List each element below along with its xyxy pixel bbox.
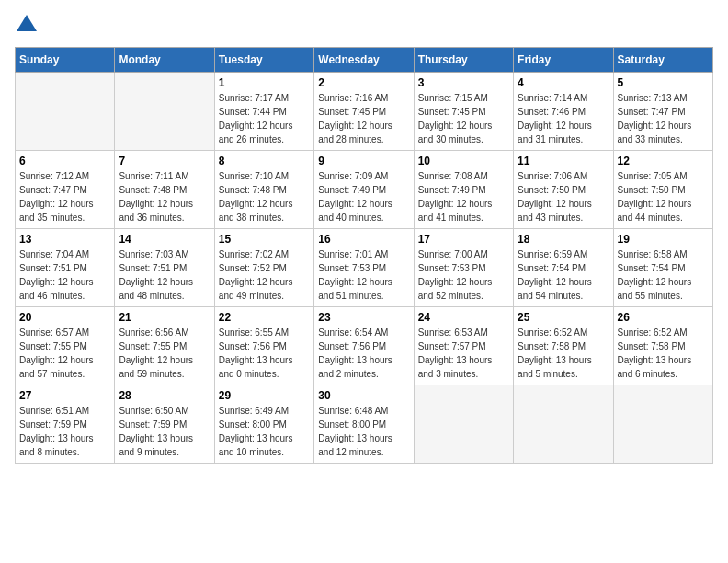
- day-number: 16: [318, 233, 409, 246]
- day-header-tuesday: Tuesday: [214, 48, 313, 73]
- day-info: Sunrise: 7:03 AMSunset: 7:51 PMDaylight:…: [119, 247, 210, 303]
- day-info: Sunrise: 7:14 AMSunset: 7:46 PMDaylight:…: [518, 91, 609, 146]
- day-info: Sunrise: 7:05 AMSunset: 7:50 PMDaylight:…: [618, 169, 709, 224]
- day-number: 1: [219, 76, 310, 89]
- day-info: Sunrise: 6:56 AMSunset: 7:55 PMDaylight:…: [119, 326, 210, 381]
- logo-icon: [17, 15, 37, 31]
- day-number: 14: [119, 233, 210, 246]
- calendar-cell: 12Sunrise: 7:05 AMSunset: 7:50 PMDayligh…: [613, 151, 712, 229]
- day-number: 3: [418, 76, 509, 89]
- day-info: Sunrise: 7:11 AMSunset: 7:48 PMDaylight:…: [119, 169, 210, 224]
- calendar-cell: 4Sunrise: 7:14 AMSunset: 7:46 PMDaylight…: [514, 73, 613, 151]
- calendar-cell: [514, 385, 613, 464]
- calendar-cell: 26Sunrise: 6:52 AMSunset: 7:58 PMDayligh…: [613, 307, 712, 385]
- calendar-cell: 1Sunrise: 7:17 AMSunset: 7:44 PMDaylight…: [214, 73, 313, 151]
- day-info: Sunrise: 6:48 AMSunset: 8:00 PMDaylight:…: [318, 404, 409, 459]
- calendar-cell: 21Sunrise: 6:56 AMSunset: 7:55 PMDayligh…: [115, 307, 214, 385]
- day-number: 21: [119, 311, 210, 324]
- day-number: 11: [518, 155, 609, 167]
- calendar-week-row: 27Sunrise: 6:51 AMSunset: 7:59 PMDayligh…: [16, 385, 713, 464]
- day-info: Sunrise: 7:01 AMSunset: 7:53 PMDaylight:…: [318, 247, 409, 303]
- day-info: Sunrise: 7:08 AMSunset: 7:49 PMDaylight:…: [418, 169, 509, 224]
- calendar-cell: 25Sunrise: 6:52 AMSunset: 7:58 PMDayligh…: [514, 307, 613, 385]
- calendar-cell: 24Sunrise: 6:53 AMSunset: 7:57 PMDayligh…: [414, 307, 513, 385]
- day-number: 24: [418, 311, 509, 324]
- logo: [15, 15, 37, 36]
- day-number: 13: [19, 233, 110, 246]
- day-info: Sunrise: 6:52 AMSunset: 7:58 PMDaylight:…: [518, 326, 609, 381]
- day-number: 12: [618, 155, 709, 167]
- day-number: 23: [318, 311, 409, 324]
- day-number: 30: [318, 389, 409, 402]
- day-header-thursday: Thursday: [414, 48, 513, 73]
- day-info: Sunrise: 7:10 AMSunset: 7:48 PMDaylight:…: [219, 169, 310, 224]
- day-info: Sunrise: 6:54 AMSunset: 7:56 PMDaylight:…: [318, 326, 409, 381]
- day-number: 20: [19, 311, 110, 324]
- day-number: 9: [318, 155, 409, 167]
- day-number: 2: [318, 76, 409, 89]
- day-number: 5: [618, 76, 709, 89]
- calendar-cell: 28Sunrise: 6:50 AMSunset: 7:59 PMDayligh…: [115, 385, 214, 464]
- day-info: Sunrise: 6:57 AMSunset: 7:55 PMDaylight:…: [19, 326, 110, 381]
- day-info: Sunrise: 6:59 AMSunset: 7:54 PMDaylight:…: [518, 247, 609, 303]
- calendar-cell: 16Sunrise: 7:01 AMSunset: 7:53 PMDayligh…: [314, 229, 414, 307]
- calendar-cell: [414, 385, 513, 464]
- day-info: Sunrise: 7:13 AMSunset: 7:47 PMDaylight:…: [618, 91, 709, 146]
- day-info: Sunrise: 7:15 AMSunset: 7:45 PMDaylight:…: [418, 91, 509, 146]
- calendar-cell: 22Sunrise: 6:55 AMSunset: 7:56 PMDayligh…: [214, 307, 313, 385]
- day-info: Sunrise: 6:53 AMSunset: 7:57 PMDaylight:…: [418, 326, 509, 381]
- calendar-cell: 7Sunrise: 7:11 AMSunset: 7:48 PMDaylight…: [115, 151, 214, 229]
- day-number: 18: [518, 233, 609, 246]
- day-number: 10: [418, 155, 509, 167]
- day-number: 6: [19, 155, 110, 167]
- day-number: 28: [119, 389, 210, 402]
- day-number: 8: [219, 155, 310, 167]
- calendar-cell: 8Sunrise: 7:10 AMSunset: 7:48 PMDaylight…: [214, 151, 313, 229]
- day-header-monday: Monday: [115, 48, 214, 73]
- day-info: Sunrise: 6:50 AMSunset: 7:59 PMDaylight:…: [119, 404, 210, 459]
- day-info: Sunrise: 6:52 AMSunset: 7:58 PMDaylight:…: [618, 326, 709, 381]
- day-info: Sunrise: 7:04 AMSunset: 7:51 PMDaylight:…: [19, 247, 110, 303]
- calendar-week-row: 20Sunrise: 6:57 AMSunset: 7:55 PMDayligh…: [16, 307, 713, 385]
- day-header-saturday: Saturday: [613, 48, 712, 73]
- calendar-cell: 17Sunrise: 7:00 AMSunset: 7:53 PMDayligh…: [414, 229, 513, 307]
- day-number: 7: [119, 155, 210, 167]
- calendar-cell: 23Sunrise: 6:54 AMSunset: 7:56 PMDayligh…: [314, 307, 414, 385]
- calendar-cell: 11Sunrise: 7:06 AMSunset: 7:50 PMDayligh…: [514, 151, 613, 229]
- calendar-week-row: 1Sunrise: 7:17 AMSunset: 7:44 PMDaylight…: [16, 73, 713, 151]
- day-number: 22: [219, 311, 310, 324]
- logo-text: [15, 15, 37, 36]
- day-info: Sunrise: 7:17 AMSunset: 7:44 PMDaylight:…: [219, 91, 310, 146]
- day-info: Sunrise: 7:16 AMSunset: 7:45 PMDaylight:…: [318, 91, 409, 146]
- calendar-week-row: 6Sunrise: 7:12 AMSunset: 7:47 PMDaylight…: [16, 151, 713, 229]
- calendar-cell: 6Sunrise: 7:12 AMSunset: 7:47 PMDaylight…: [16, 151, 115, 229]
- calendar-cell: 2Sunrise: 7:16 AMSunset: 7:45 PMDaylight…: [314, 73, 414, 151]
- calendar-cell: 27Sunrise: 6:51 AMSunset: 7:59 PMDayligh…: [16, 385, 115, 464]
- day-number: 4: [518, 76, 609, 89]
- day-info: Sunrise: 6:58 AMSunset: 7:54 PMDaylight:…: [618, 247, 709, 303]
- calendar-cell: 9Sunrise: 7:09 AMSunset: 7:49 PMDaylight…: [314, 151, 414, 229]
- day-header-wednesday: Wednesday: [314, 48, 414, 73]
- calendar-cell: 18Sunrise: 6:59 AMSunset: 7:54 PMDayligh…: [514, 229, 613, 307]
- day-number: 27: [19, 389, 110, 402]
- day-number: 19: [618, 233, 709, 246]
- calendar-cell: 13Sunrise: 7:04 AMSunset: 7:51 PMDayligh…: [16, 229, 115, 307]
- calendar-cell: 14Sunrise: 7:03 AMSunset: 7:51 PMDayligh…: [115, 229, 214, 307]
- page-header: [15, 15, 713, 36]
- calendar-cell: 3Sunrise: 7:15 AMSunset: 7:45 PMDaylight…: [414, 73, 513, 151]
- calendar-cell: [613, 385, 712, 464]
- calendar-cell: 15Sunrise: 7:02 AMSunset: 7:52 PMDayligh…: [214, 229, 313, 307]
- calendar-table: SundayMondayTuesdayWednesdayThursdayFrid…: [15, 47, 713, 464]
- calendar-header-row: SundayMondayTuesdayWednesdayThursdayFrid…: [16, 48, 713, 73]
- day-number: 29: [219, 389, 310, 402]
- calendar-cell: 10Sunrise: 7:08 AMSunset: 7:49 PMDayligh…: [414, 151, 513, 229]
- day-info: Sunrise: 7:02 AMSunset: 7:52 PMDaylight:…: [219, 247, 310, 303]
- calendar-cell: [115, 73, 214, 151]
- calendar-cell: 5Sunrise: 7:13 AMSunset: 7:47 PMDaylight…: [613, 73, 712, 151]
- day-number: 26: [618, 311, 709, 324]
- calendar-week-row: 13Sunrise: 7:04 AMSunset: 7:51 PMDayligh…: [16, 229, 713, 307]
- day-info: Sunrise: 6:51 AMSunset: 7:59 PMDaylight:…: [19, 404, 110, 459]
- calendar-cell: [16, 73, 115, 151]
- day-info: Sunrise: 6:49 AMSunset: 8:00 PMDaylight:…: [219, 404, 310, 459]
- svg-marker-0: [17, 15, 37, 31]
